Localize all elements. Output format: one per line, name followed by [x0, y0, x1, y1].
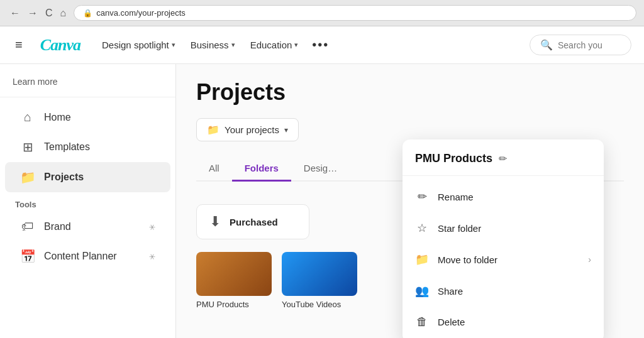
star-icon: ☆	[415, 221, 429, 235]
nav-education-label: Education	[250, 40, 292, 50]
folder-dropdown-chevron: ▾	[284, 126, 288, 134]
chevron-down-icon: ▾	[231, 41, 235, 49]
sidebar-item-brand-label: Brand	[44, 221, 71, 232]
sidebar-item-content-planner-label: Content Planner	[44, 251, 117, 262]
purchased-folder-icon: ⬇	[209, 214, 221, 230]
context-menu-share[interactable]: 👥 Share	[402, 275, 604, 307]
context-menu-title: PMU Products	[415, 152, 492, 165]
share-label: Share	[438, 286, 463, 297]
main-content: Projects 📁 Your projects ▾ All Folders D…	[176, 64, 644, 338]
sidebar-item-projects-label: Projects	[44, 172, 84, 183]
delete-label: Delete	[438, 317, 465, 327]
sidebar-item-templates[interactable]: ⊞ Templates	[5, 132, 170, 162]
rename-label: Rename	[438, 192, 474, 202]
projects-folder-icon: 📁	[20, 170, 35, 185]
url-text: canva.com/your-projects	[96, 8, 186, 18]
tab-all[interactable]: All	[196, 156, 232, 182]
back-button[interactable]: ←	[8, 6, 23, 20]
purchased-folder[interactable]: ⬇ Purchased	[196, 204, 309, 239]
sidebar: Learn more ⌂ Home ⊞ Templates 📁 Projects…	[0, 64, 176, 338]
move-folder-icon: 📁	[415, 253, 429, 266]
sidebar-item-home-label: Home	[44, 112, 71, 123]
hamburger-button[interactable]: ≡	[13, 35, 25, 55]
sidebar-item-home[interactable]: ⌂ Home	[5, 102, 170, 132]
context-menu-move[interactable]: 📁 Move to folder ›	[402, 244, 604, 275]
home-icon: ⌂	[20, 110, 35, 124]
refresh-button[interactable]: C	[43, 6, 55, 20]
brand-icon: 🏷	[20, 219, 35, 234]
home-button[interactable]: ⌂	[58, 6, 69, 20]
page-title: Projects	[196, 79, 624, 106]
folder-dropdown-label: Your projects	[225, 124, 279, 135]
nav-design-spotlight[interactable]: Design spotlight ▾	[96, 36, 182, 54]
delete-icon: 🗑	[415, 315, 429, 329]
youtube-thumbnail-label: YouTube Videos	[282, 300, 357, 309]
top-nav: ≡ Canva Design spotlight ▾ Business ▾ Ed…	[0, 26, 644, 64]
browser-chrome: ← → C ⌂ 🔒 canva.com/your-projects	[0, 0, 644, 26]
context-menu-items: ✏ Rename ☆ Star folder 📁 Move to folder …	[402, 176, 604, 338]
pmu-thumbnail-image	[196, 252, 272, 296]
sidebar-item-brand[interactable]: 🏷 Brand ⚹	[5, 212, 170, 241]
forward-button[interactable]: →	[25, 6, 40, 20]
lock-icon: 🔒	[83, 9, 92, 18]
context-menu-star[interactable]: ☆ Star folder	[402, 212, 604, 244]
learn-more-text: Learn more	[0, 72, 175, 97]
nav-more-button[interactable]: •••	[307, 35, 334, 55]
rename-icon: ✏	[415, 190, 429, 204]
thumbnail-pmu[interactable]: PMU Products	[196, 252, 272, 309]
search-box[interactable]: 🔍	[530, 35, 631, 55]
app-container: ≡ Canva Design spotlight ▾ Business ▾ Ed…	[0, 26, 644, 338]
nav-business[interactable]: Business ▾	[184, 36, 242, 54]
move-label: Move to folder	[438, 254, 497, 265]
canva-logo: Canva	[40, 36, 80, 55]
star-label: Star folder	[438, 223, 481, 234]
projects-filter: 📁 Your projects ▾	[196, 118, 624, 141]
nav-design-spotlight-label: Design spotlight	[102, 40, 169, 50]
nav-links: Design spotlight ▾ Business ▾ Education …	[96, 35, 514, 55]
share-icon: 👥	[415, 284, 429, 298]
context-menu-header: PMU Products ✏	[402, 139, 604, 176]
context-menu-edit-icon[interactable]: ✏	[499, 153, 507, 165]
templates-icon: ⊞	[20, 139, 35, 155]
youtube-thumbnail-image	[282, 252, 357, 296]
folder-dropdown[interactable]: 📁 Your projects ▾	[196, 118, 299, 141]
sidebar-item-projects[interactable]: 📁 Projects	[5, 162, 170, 192]
purchased-folder-label: Purchased	[230, 217, 278, 227]
tab-folders[interactable]: Folders	[232, 156, 291, 182]
context-menu-delete[interactable]: 🗑 Delete	[402, 307, 604, 337]
content-planner-arrow-icon: ⚹	[149, 252, 155, 261]
nav-education[interactable]: Education ▾	[244, 36, 305, 54]
main-area: Learn more ⌂ Home ⊞ Templates 📁 Projects…	[0, 64, 644, 338]
nav-business-label: Business	[191, 40, 229, 50]
tab-designs[interactable]: Desig…	[291, 156, 350, 182]
browser-nav: ← → C ⌂	[8, 6, 69, 20]
chevron-right-icon: ›	[588, 254, 591, 264]
chevron-down-icon: ▾	[294, 41, 298, 49]
chevron-down-icon: ▾	[172, 41, 175, 49]
tools-section-title: Tools	[0, 192, 175, 212]
sidebar-item-content-planner[interactable]: 📅 Content Planner ⚹	[5, 241, 170, 271]
folder-dropdown-icon: 📁	[207, 124, 219, 136]
search-icon: 🔍	[540, 39, 553, 51]
pmu-thumbnail-label: PMU Products	[196, 300, 272, 309]
thumbnail-youtube[interactable]: YouTube Videos	[282, 252, 357, 309]
content-planner-icon: 📅	[20, 249, 35, 264]
brand-arrow-icon: ⚹	[149, 222, 155, 231]
address-bar[interactable]: 🔒 canva.com/your-projects	[74, 5, 636, 21]
context-menu: PMU Products ✏ ✏ Rename ☆ Star folder 📁 …	[402, 139, 604, 338]
sidebar-item-templates-label: Templates	[44, 141, 90, 153]
context-menu-rename[interactable]: ✏ Rename	[402, 181, 604, 212]
search-input[interactable]	[558, 40, 621, 50]
